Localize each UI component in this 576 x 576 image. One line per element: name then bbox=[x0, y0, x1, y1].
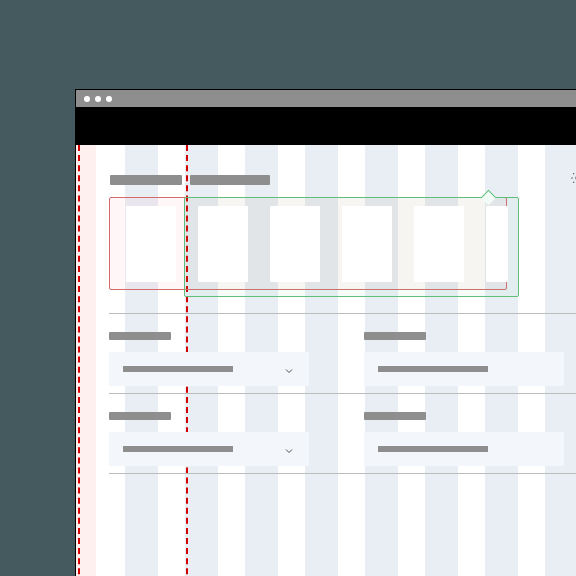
select-input[interactable] bbox=[364, 432, 564, 466]
traffic-light-min[interactable] bbox=[95, 96, 101, 102]
field-group bbox=[364, 332, 564, 386]
section-divider bbox=[109, 393, 576, 394]
select-value bbox=[378, 366, 488, 372]
title-segment-a bbox=[110, 175, 182, 185]
traffic-light-max[interactable] bbox=[106, 96, 112, 102]
select-value bbox=[123, 446, 233, 452]
window bbox=[75, 89, 576, 576]
card-tile bbox=[342, 206, 392, 282]
field-label bbox=[364, 412, 426, 420]
app-topbar bbox=[76, 107, 576, 145]
chevron-down-icon bbox=[283, 363, 295, 375]
card-tile bbox=[126, 206, 176, 282]
select-value bbox=[123, 366, 233, 372]
card-tile bbox=[414, 206, 464, 282]
field-group bbox=[109, 412, 309, 466]
field-label bbox=[364, 332, 426, 340]
field-label bbox=[109, 412, 171, 420]
title-segment-b bbox=[190, 175, 270, 185]
select-value bbox=[378, 446, 488, 452]
select-input[interactable] bbox=[109, 352, 309, 386]
field-group bbox=[109, 332, 309, 386]
page-title bbox=[110, 175, 270, 185]
card-tile bbox=[198, 206, 248, 282]
traffic-light-close[interactable] bbox=[84, 96, 90, 102]
window-titlebar bbox=[76, 90, 576, 107]
page-header bbox=[110, 170, 576, 190]
section-divider bbox=[109, 473, 576, 474]
content-area bbox=[76, 145, 576, 576]
field-group bbox=[364, 412, 564, 466]
card-tile bbox=[486, 206, 508, 282]
chevron-down-icon bbox=[283, 443, 295, 455]
gear-icon[interactable] bbox=[570, 170, 576, 190]
guide-dash-left-edge bbox=[78, 145, 80, 576]
select-input[interactable] bbox=[109, 432, 309, 466]
section-divider bbox=[109, 313, 576, 314]
field-label bbox=[109, 332, 171, 340]
card-tile bbox=[270, 206, 320, 282]
select-input[interactable] bbox=[364, 352, 564, 386]
